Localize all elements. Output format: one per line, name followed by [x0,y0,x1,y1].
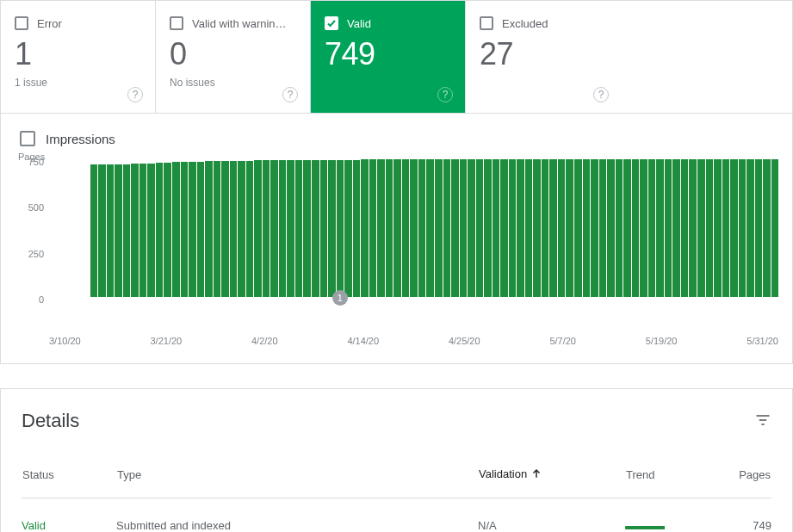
x-tick: 4/25/20 [449,336,480,346]
bar [377,159,385,297]
bar [164,163,171,297]
bar [197,162,205,297]
chart-x-axis: 3/10/20 3/21/20 4/2/20 4/14/20 4/25/20 5… [15,315,778,346]
bar [402,159,410,297]
status-card-row: Error 1 1 issue ? Valid with warnin… 0 N… [0,0,793,113]
x-tick: 4/2/20 [251,336,278,346]
status-card-count: 1 [15,39,141,70]
bar [90,164,98,297]
help-icon[interactable]: ? [437,87,453,102]
bar [328,160,336,297]
status-card-valid-with-warnings[interactable]: Valid with warnin… 0 No issues ? [156,1,311,113]
bar [747,159,754,297]
y-tick: 0 [39,294,44,305]
y-tick: 500 [28,202,44,213]
coverage-chart-card: Impressions Pages 750 500 250 0 1 3/10/2… [0,113,793,364]
cell-validation: N/A [478,498,625,532]
sort-asc-icon [530,467,542,482]
help-icon[interactable]: ? [593,87,609,102]
help-icon[interactable]: ? [127,87,143,102]
bar [665,159,672,297]
bar [139,164,147,297]
bar [214,161,221,297]
bar [656,159,664,297]
bar [476,159,484,297]
bar [697,159,705,297]
table-row[interactable]: Valid Submitted and indexed N/A 749 [22,498,771,532]
col-type[interactable]: Type [116,467,478,498]
status-card-label: Valid [347,17,371,30]
bar [771,159,779,297]
cell-pages: 749 [711,498,771,532]
bar [205,161,213,297]
status-card-valid[interactable]: Valid 749 ? [311,1,466,113]
status-card-label: Error [37,17,62,30]
help-icon[interactable]: ? [282,87,298,102]
y-tick: 250 [28,249,44,259]
bar [730,159,738,297]
bar [460,159,468,297]
checkbox-icon [170,16,183,30]
filter-icon[interactable] [754,411,771,431]
x-tick: 5/19/20 [646,336,678,346]
bar [279,160,287,297]
col-validation[interactable]: Validation [478,467,625,498]
bar [763,159,771,297]
bar [517,159,524,297]
bar [337,160,344,297]
bar [574,159,582,297]
status-card-excluded[interactable]: Excluded 27 ? [466,1,621,113]
bar [156,163,164,297]
bar [640,159,647,297]
bar [230,161,238,297]
bar [369,159,377,297]
bar [533,159,541,297]
bar [386,159,393,297]
bar [722,159,730,297]
bar [607,159,615,297]
bar [320,160,328,297]
bar [172,162,180,297]
bar [648,159,656,297]
col-validation-label: Validation [479,467,527,480]
bar [410,159,418,297]
bar [739,159,747,297]
bar [500,159,508,297]
bar [181,162,189,297]
details-card: Details Status Type Validation [0,388,793,532]
x-tick: 4/14/20 [347,336,379,346]
bar [542,159,549,297]
cell-status: Valid [22,498,116,532]
status-card-sub: No issues [170,77,296,89]
col-pages[interactable]: Pages [711,467,771,498]
chart-annotation[interactable]: 1 [332,290,348,306]
bar [755,159,763,297]
bar [583,159,591,297]
x-tick: 3/21/20 [151,336,183,346]
impressions-toggle[interactable]: Impressions [15,127,778,160]
bar [623,159,631,297]
status-card-label: Excluded [502,17,548,30]
bar [591,159,598,297]
status-card-error[interactable]: Error 1 1 issue ? [1,1,156,113]
x-tick: 5/7/20 [549,336,576,346]
details-table: Status Type Validation Trend Pages Val [22,467,771,532]
col-trend[interactable]: Trend [625,467,711,498]
bar [361,159,369,297]
bar [131,164,139,297]
bar [468,159,475,297]
status-card-count: 0 [170,39,296,70]
bar [123,164,131,297]
bar [689,159,697,297]
bar [566,159,573,297]
bar [147,164,155,297]
bar [344,160,352,297]
bar [189,162,196,297]
bar [115,164,122,297]
bar [98,164,106,297]
cell-type: Submitted and indexed [116,498,478,532]
chart-y-axis: 750 500 250 0 [15,153,49,315]
col-status[interactable]: Status [22,467,116,498]
bar [426,159,434,297]
bar [632,159,640,297]
